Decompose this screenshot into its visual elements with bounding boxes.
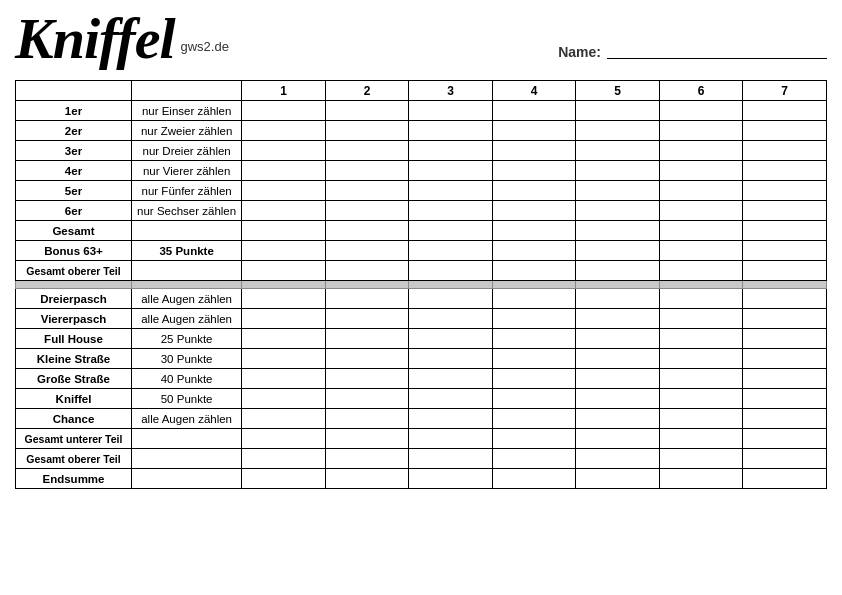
score-chance-4[interactable] bbox=[492, 409, 576, 429]
score-kleine-strasse-1[interactable] bbox=[242, 349, 326, 369]
score-viererpasch-4[interactable] bbox=[492, 309, 576, 329]
score-gesamt-oberer-5[interactable] bbox=[576, 261, 660, 281]
score-kniffel-2[interactable] bbox=[325, 389, 409, 409]
score-endsumme-4[interactable] bbox=[492, 469, 576, 489]
score-viererpasch-3[interactable] bbox=[409, 309, 493, 329]
score-gesamt-4[interactable] bbox=[492, 221, 576, 241]
score-1er-6[interactable] bbox=[659, 101, 743, 121]
score-2er-3[interactable] bbox=[409, 121, 493, 141]
score-gesamt-oberer-bottom-7[interactable] bbox=[743, 449, 827, 469]
score-1er-4[interactable] bbox=[492, 101, 576, 121]
score-endsumme-7[interactable] bbox=[743, 469, 827, 489]
score-3er-2[interactable] bbox=[325, 141, 409, 161]
score-gesamt-oberer-2[interactable] bbox=[325, 261, 409, 281]
score-gesamt-oberer-bottom-1[interactable] bbox=[242, 449, 326, 469]
score-4er-7[interactable] bbox=[743, 161, 827, 181]
score-3er-4[interactable] bbox=[492, 141, 576, 161]
score-6er-5[interactable] bbox=[576, 201, 660, 221]
score-kniffel-3[interactable] bbox=[409, 389, 493, 409]
score-kniffel-5[interactable] bbox=[576, 389, 660, 409]
score-chance-6[interactable] bbox=[659, 409, 743, 429]
score-6er-6[interactable] bbox=[659, 201, 743, 221]
score-kleine-strasse-7[interactable] bbox=[743, 349, 827, 369]
score-gesamt-oberer-6[interactable] bbox=[659, 261, 743, 281]
score-4er-3[interactable] bbox=[409, 161, 493, 181]
score-fullhouse-4[interactable] bbox=[492, 329, 576, 349]
score-dreierpasch-5[interactable] bbox=[576, 289, 660, 309]
score-2er-7[interactable] bbox=[743, 121, 827, 141]
score-4er-2[interactable] bbox=[325, 161, 409, 181]
score-3er-5[interactable] bbox=[576, 141, 660, 161]
score-viererpasch-5[interactable] bbox=[576, 309, 660, 329]
score-kleine-strasse-4[interactable] bbox=[492, 349, 576, 369]
score-viererpasch-7[interactable] bbox=[743, 309, 827, 329]
score-viererpasch-1[interactable] bbox=[242, 309, 326, 329]
score-kniffel-4[interactable] bbox=[492, 389, 576, 409]
score-gesamt-5[interactable] bbox=[576, 221, 660, 241]
score-kleine-strasse-6[interactable] bbox=[659, 349, 743, 369]
score-chance-3[interactable] bbox=[409, 409, 493, 429]
score-chance-7[interactable] bbox=[743, 409, 827, 429]
score-dreierpasch-4[interactable] bbox=[492, 289, 576, 309]
score-gesamt-unterer-4[interactable] bbox=[492, 429, 576, 449]
score-gesamt-6[interactable] bbox=[659, 221, 743, 241]
score-gesamt-oberer-bottom-3[interactable] bbox=[409, 449, 493, 469]
score-endsumme-3[interactable] bbox=[409, 469, 493, 489]
score-2er-2[interactable] bbox=[325, 121, 409, 141]
score-endsumme-5[interactable] bbox=[576, 469, 660, 489]
score-gesamt-7[interactable] bbox=[743, 221, 827, 241]
score-5er-3[interactable] bbox=[409, 181, 493, 201]
score-grosse-strasse-5[interactable] bbox=[576, 369, 660, 389]
score-kniffel-1[interactable] bbox=[242, 389, 326, 409]
score-endsumme-1[interactable] bbox=[242, 469, 326, 489]
name-input-line[interactable] bbox=[607, 45, 827, 59]
score-gesamt-oberer-bottom-4[interactable] bbox=[492, 449, 576, 469]
score-5er-4[interactable] bbox=[492, 181, 576, 201]
score-grosse-strasse-7[interactable] bbox=[743, 369, 827, 389]
score-2er-4[interactable] bbox=[492, 121, 576, 141]
score-fullhouse-3[interactable] bbox=[409, 329, 493, 349]
score-chance-1[interactable] bbox=[242, 409, 326, 429]
score-gesamt-oberer-3[interactable] bbox=[409, 261, 493, 281]
score-4er-4[interactable] bbox=[492, 161, 576, 181]
score-fullhouse-6[interactable] bbox=[659, 329, 743, 349]
score-6er-7[interactable] bbox=[743, 201, 827, 221]
score-kleine-strasse-2[interactable] bbox=[325, 349, 409, 369]
score-fullhouse-1[interactable] bbox=[242, 329, 326, 349]
score-gesamt-3[interactable] bbox=[409, 221, 493, 241]
score-gesamt-oberer-7[interactable] bbox=[743, 261, 827, 281]
score-gesamt-oberer-1[interactable] bbox=[242, 261, 326, 281]
score-1er-1[interactable] bbox=[242, 101, 326, 121]
score-1er-7[interactable] bbox=[743, 101, 827, 121]
score-1er-2[interactable] bbox=[325, 101, 409, 121]
score-chance-2[interactable] bbox=[325, 409, 409, 429]
score-bonus-4[interactable] bbox=[492, 241, 576, 261]
score-4er-1[interactable] bbox=[242, 161, 326, 181]
score-gesamt-unterer-2[interactable] bbox=[325, 429, 409, 449]
score-5er-1[interactable] bbox=[242, 181, 326, 201]
score-bonus-3[interactable] bbox=[409, 241, 493, 261]
score-dreierpasch-3[interactable] bbox=[409, 289, 493, 309]
score-dreierpasch-7[interactable] bbox=[743, 289, 827, 309]
score-5er-5[interactable] bbox=[576, 181, 660, 201]
score-gesamt-unterer-3[interactable] bbox=[409, 429, 493, 449]
score-bonus-2[interactable] bbox=[325, 241, 409, 261]
score-bonus-7[interactable] bbox=[743, 241, 827, 261]
score-2er-6[interactable] bbox=[659, 121, 743, 141]
score-2er-1[interactable] bbox=[242, 121, 326, 141]
score-gesamt-oberer-4[interactable] bbox=[492, 261, 576, 281]
score-bonus-1[interactable] bbox=[242, 241, 326, 261]
score-grosse-strasse-1[interactable] bbox=[242, 369, 326, 389]
score-viererpasch-2[interactable] bbox=[325, 309, 409, 329]
score-grosse-strasse-6[interactable] bbox=[659, 369, 743, 389]
score-chance-5[interactable] bbox=[576, 409, 660, 429]
score-gesamt-2[interactable] bbox=[325, 221, 409, 241]
score-2er-5[interactable] bbox=[576, 121, 660, 141]
score-gesamt-oberer-bottom-6[interactable] bbox=[659, 449, 743, 469]
score-dreierpasch-1[interactable] bbox=[242, 289, 326, 309]
score-1er-5[interactable] bbox=[576, 101, 660, 121]
score-5er-2[interactable] bbox=[325, 181, 409, 201]
score-6er-3[interactable] bbox=[409, 201, 493, 221]
score-gesamt-unterer-6[interactable] bbox=[659, 429, 743, 449]
score-endsumme-6[interactable] bbox=[659, 469, 743, 489]
